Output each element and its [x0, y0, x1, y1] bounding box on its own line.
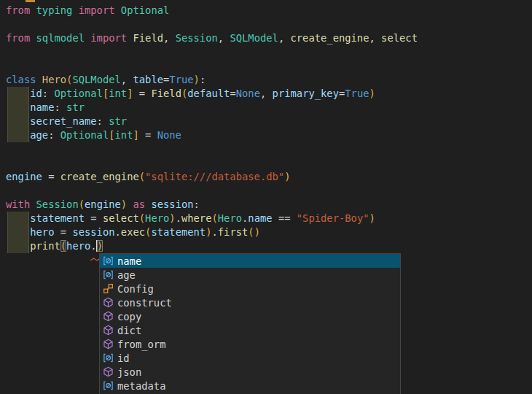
- field-icon: [102, 269, 114, 281]
- code-token: =: [133, 88, 151, 99]
- code-token: hero: [66, 240, 90, 252]
- code-editor-area[interactable]: from typing import Optionalfrom sqlmodel…: [0, 4, 532, 253]
- code-token: (: [79, 198, 85, 210]
- code-token: int: [109, 88, 127, 99]
- code-token: select: [381, 32, 418, 44]
- code-token: ,: [163, 32, 176, 44]
- code-token: first: [218, 226, 249, 238]
- field-icon: [102, 380, 114, 392]
- code-line[interactable]: hero = session.exec(statement).first(): [0, 225, 532, 239]
- code-token: [6, 101, 30, 113]
- code-line[interactable]: from typing import Optional: [0, 4, 532, 18]
- code-token: from: [6, 32, 30, 44]
- code-token: hero: [30, 226, 54, 238]
- code-line[interactable]: [0, 184, 532, 198]
- code-token: str: [109, 115, 127, 127]
- code-token: None: [157, 129, 181, 141]
- code-token: [: [103, 88, 109, 99]
- code-token: :: [54, 101, 66, 113]
- code-token: ): [284, 171, 290, 182]
- suggest-item[interactable]: metadata: [100, 379, 400, 393]
- code-token: age: [30, 129, 48, 141]
- code-token: [72, 4, 78, 16]
- code-token: Optional: [121, 4, 169, 16]
- suggest-item[interactable]: from_orm: [100, 337, 400, 351]
- method-icon: [102, 311, 114, 322]
- code-token: =: [54, 226, 72, 238]
- suggest-item-label: construct: [117, 297, 172, 309]
- code-token: create_engine: [60, 171, 139, 182]
- code-line[interactable]: secret_name: str: [0, 115, 532, 128]
- suggest-item[interactable]: id: [100, 351, 400, 365]
- code-token: "sqlite:///database.db": [145, 171, 284, 182]
- code-token: exec: [121, 226, 145, 238]
- code-token: typing: [36, 4, 73, 16]
- code-token: .: [115, 226, 121, 238]
- code-line[interactable]: engine = create_engine("sqlite:///databa…: [0, 170, 532, 184]
- code-token: [6, 240, 30, 252]
- code-token: [: [109, 129, 114, 141]
- code-token: import: [90, 32, 127, 44]
- suggest-item[interactable]: construct: [100, 296, 400, 309]
- code-token: Session: [176, 32, 218, 44]
- code-token: :: [97, 115, 109, 127]
- code-line[interactable]: statement = select(Hero).where(Hero.name…: [0, 212, 532, 225]
- code-token: SQLModel: [72, 74, 120, 85]
- suggest-item[interactable]: age: [100, 268, 400, 282]
- code-token: [30, 32, 36, 44]
- code-token: =: [85, 212, 103, 224]
- suggest-item[interactable]: Config: [100, 282, 400, 296]
- code-token: ,: [218, 32, 230, 44]
- code-line[interactable]: age: Optional[int] = None: [0, 128, 532, 142]
- code-token: ,: [260, 88, 273, 99]
- suggest-item-label: id: [117, 352, 130, 364]
- code-line[interactable]: name: str: [0, 101, 532, 115]
- matched-bracket: (: [60, 240, 66, 252]
- code-token: (: [211, 212, 217, 224]
- code-line[interactable]: [0, 18, 532, 31]
- code-line[interactable]: from sqlmodel import Field, Session, SQL…: [0, 31, 532, 45]
- code-line[interactable]: class Hero(SQLModel, table=True):: [0, 73, 532, 87]
- code-token: [6, 88, 30, 99]
- code-token: table: [133, 74, 163, 85]
- code-line[interactable]: print(hero.): [0, 239, 532, 253]
- code-line[interactable]: with Session(engine) as session:: [0, 198, 532, 212]
- code-token: str: [66, 101, 85, 113]
- suggest-widget: nameageConfigconstructcopydictfrom_ormid…: [99, 253, 401, 394]
- code-token: [30, 198, 36, 210]
- code-token: (: [139, 212, 145, 224]
- code-line[interactable]: [0, 156, 532, 170]
- suggest-item[interactable]: dict: [100, 323, 400, 337]
- suggest-item-label: copy: [117, 311, 141, 322]
- code-line[interactable]: [0, 142, 532, 156]
- code-token: id: [30, 88, 42, 99]
- code-token: ]: [133, 129, 138, 141]
- code-token: ,: [369, 32, 381, 44]
- suggest-item[interactable]: json: [100, 365, 400, 379]
- code-line[interactable]: id: Optional[int] = Field(default=None, …: [0, 87, 532, 101]
- code-token: (: [139, 171, 145, 182]
- suggest-item-label: Config: [117, 283, 154, 295]
- code-line[interactable]: [0, 45, 532, 59]
- code-token: session: [151, 198, 193, 210]
- field-icon: [102, 255, 114, 267]
- suggest-item[interactable]: name: [100, 254, 400, 268]
- code-token: primary_key: [273, 88, 339, 99]
- code-line[interactable]: [0, 59, 532, 73]
- code-token: statement: [151, 226, 206, 238]
- code-token: "Spider-Boy": [297, 212, 369, 224]
- code-token: Hero: [218, 212, 242, 224]
- code-token: statement: [30, 212, 85, 224]
- code-token: as: [133, 198, 145, 210]
- code-token: import: [79, 4, 115, 16]
- code-token: name: [30, 101, 54, 113]
- code-token: [115, 4, 121, 16]
- code-token: ,: [278, 32, 291, 44]
- code-token: where: [181, 212, 212, 224]
- suggest-item[interactable]: copy: [100, 309, 400, 323]
- method-icon: [102, 325, 114, 336]
- code-token: SQLModel: [230, 32, 278, 44]
- code-token: .: [211, 226, 217, 238]
- code-token: :: [200, 74, 206, 85]
- code-token: print: [30, 240, 60, 252]
